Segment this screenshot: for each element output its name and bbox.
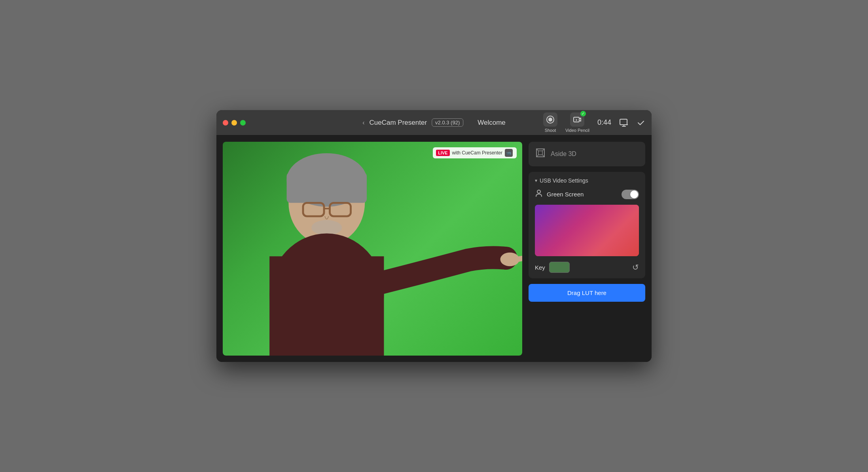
traffic-lights [223,120,246,126]
video-placeholder: LIVE with CueCam Presenter 📹 [223,142,522,356]
back-button[interactable]: ‹ [362,119,364,126]
person-overlay [223,142,522,356]
drag-lut-button[interactable]: Drag LUT here [529,284,645,302]
aside-3d-box[interactable]: Aside 3D [529,142,645,166]
key-color-swatch[interactable] [549,262,570,273]
confirm-button[interactable] [637,118,645,127]
aside-icon [535,147,546,161]
live-indicator: LIVE [436,150,449,156]
chevron-down-icon: ▾ [535,178,537,183]
minimize-button[interactable] [231,120,237,126]
close-button[interactable] [223,120,228,126]
app-title: CueCam Presenter [370,119,427,127]
shoot-label: Shoot [545,128,556,133]
video-pencil-button[interactable]: ✓ Video Pencil [565,112,589,133]
live-with-text: with CueCam Presenter [452,150,502,156]
color-picker[interactable] [535,205,639,256]
check-badge: ✓ [580,111,586,116]
titlebar: ‹ CueCam Presenter v2.0.3 (92) Welcome S… [216,110,652,135]
video-pencil-icon: ✓ [570,112,584,127]
window-title: Welcome [478,119,506,127]
green-screen-row: Green Screen [535,189,639,199]
svg-rect-3 [620,119,627,125]
live-app-icon: 📹 [505,149,513,157]
key-row: Key ↺ [535,262,639,273]
svg-rect-20 [538,151,542,155]
sidebar: Aside 3D ▾ USB Video Settings [529,142,645,356]
app-window: ‹ CueCam Presenter v2.0.3 (92) Welcome S… [216,110,652,362]
color-gradient [535,205,639,256]
svg-point-21 [537,190,540,193]
usb-settings-header[interactable]: ▾ USB Video Settings [535,177,639,184]
key-label: Key [535,264,545,271]
svg-point-1 [548,118,552,122]
screen-record-button[interactable] [619,118,629,128]
shoot-button[interactable]: Shoot [543,112,557,133]
person-icon [535,189,543,199]
svg-rect-6 [287,172,367,203]
usb-settings-section: ▾ USB Video Settings Green Screen [529,172,645,278]
version-badge: v2.0.3 (92) [432,118,463,127]
fullscreen-button[interactable] [240,120,246,126]
aside-label: Aside 3D [551,150,576,158]
titlebar-center: ‹ CueCam Presenter v2.0.3 (92) Welcome [362,118,506,127]
titlebar-right: Shoot ✓ Video Pencil 0:44 [543,112,645,133]
live-badge: LIVE with CueCam Presenter 📹 [433,147,517,158]
green-screen-label: Green Screen [547,191,618,198]
green-screen-toggle[interactable] [622,190,639,199]
video-panel: LIVE with CueCam Presenter 📹 [223,142,522,356]
svg-rect-13 [269,256,384,356]
svg-point-10 [311,220,342,236]
reset-icon[interactable]: ↺ [632,263,639,272]
video-pencil-label: Video Pencil [565,128,589,133]
usb-settings-label: USB Video Settings [540,177,588,184]
shoot-icon [543,112,557,127]
timer-display: 0:44 [597,118,611,127]
content-area: LIVE with CueCam Presenter 📹 [216,135,652,362]
